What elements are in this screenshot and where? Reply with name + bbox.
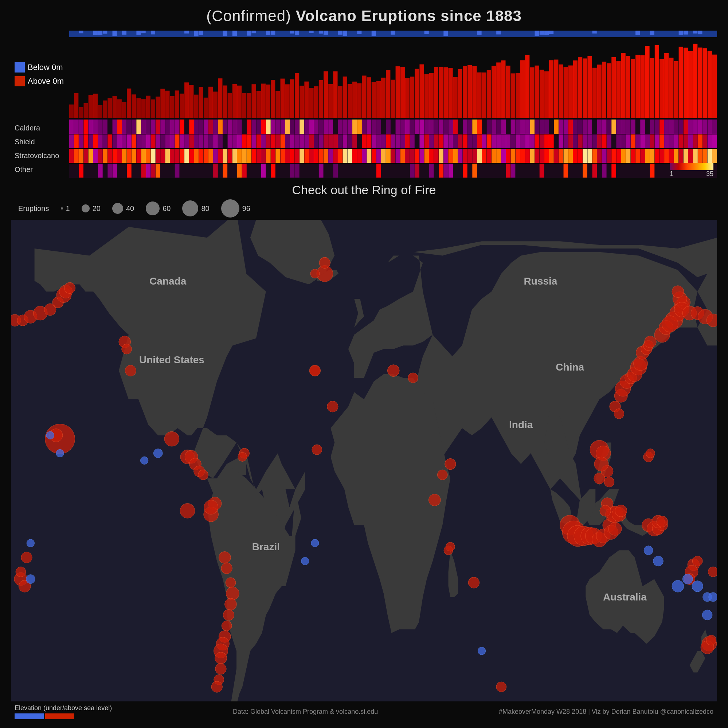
bar-chart-section: Below 0m Above 0m <box>11 31 717 118</box>
bubble-legend-item-96: 96 <box>221 199 250 217</box>
heatmap-labels: Caldera Shield Stratovolcano Other <box>11 119 69 178</box>
elevation-legend: Elevation (under/above sea level) <box>15 704 112 719</box>
page-title: (Confirmed) Volcano Eruptions since 1883 <box>11 7 717 25</box>
heatmap-label-stratovolcano: Stratovolcano <box>15 151 66 160</box>
hashtag: #MakeoverMonday W28 2018 | Viz by Dorian… <box>499 708 713 716</box>
bubble-legend-item-40: 40 <box>112 203 134 214</box>
bar-chart <box>69 31 717 118</box>
elevation-above-swatch <box>45 713 74 719</box>
title-main: Volcano Eruptions since 1883 <box>291 7 522 24</box>
map-area <box>11 220 717 701</box>
heatmap-label-shield: Shield <box>15 138 66 146</box>
heatmap-label-caldera: Caldera <box>15 124 66 132</box>
elevation-below-swatch <box>15 713 44 719</box>
bubble-legend-item-1: 1 <box>61 204 70 213</box>
heatmap-canvas: 1 35 <box>69 119 717 178</box>
bubble-legend: Eruptions 1 20 40 60 80 96 <box>11 199 717 217</box>
data-credit: Data: Global Volcanism Program & volcano… <box>233 708 378 716</box>
bar-chart-canvas <box>69 31 717 118</box>
colorbar-labels: 1 35 <box>670 170 713 178</box>
world-map <box>11 220 717 701</box>
bubble-legend-item-20: 20 <box>82 204 101 213</box>
bar-legend: Below 0m Above 0m <box>11 31 69 118</box>
bottom-bar: Elevation (under/above sea level) Data: … <box>11 701 717 721</box>
title-prefix: (Confirmed) <box>206 7 291 24</box>
bubble-legend-item-60: 60 <box>146 202 171 215</box>
above-swatch <box>15 76 25 86</box>
heatmap-chart <box>69 119 717 178</box>
elevation-bar <box>15 713 112 719</box>
map-title: Check out the Ring of Fire <box>11 183 717 197</box>
colorbar-max: 35 <box>706 170 713 178</box>
heatmap-section: Caldera Shield Stratovolcano Other 1 35 <box>11 119 717 178</box>
legend-above: Above 0m <box>15 76 69 86</box>
elevation-label: Elevation (under/above sea level) <box>15 704 112 712</box>
above-label: Above 0m <box>28 76 64 86</box>
bubble-legend-label: Eruptions <box>18 204 49 213</box>
below-label: Below 0m <box>28 63 63 72</box>
colorbar: 1 35 <box>670 163 713 178</box>
bubble-legend-item-80: 80 <box>182 200 209 216</box>
below-swatch <box>15 62 25 72</box>
colorbar-min: 1 <box>670 170 673 178</box>
heatmap-label-other: Other <box>15 165 66 174</box>
colorbar-gradient <box>670 163 713 170</box>
legend-below: Below 0m <box>15 62 69 72</box>
main-container: (Confirmed) Volcano Eruptions since 1883… <box>0 0 728 728</box>
